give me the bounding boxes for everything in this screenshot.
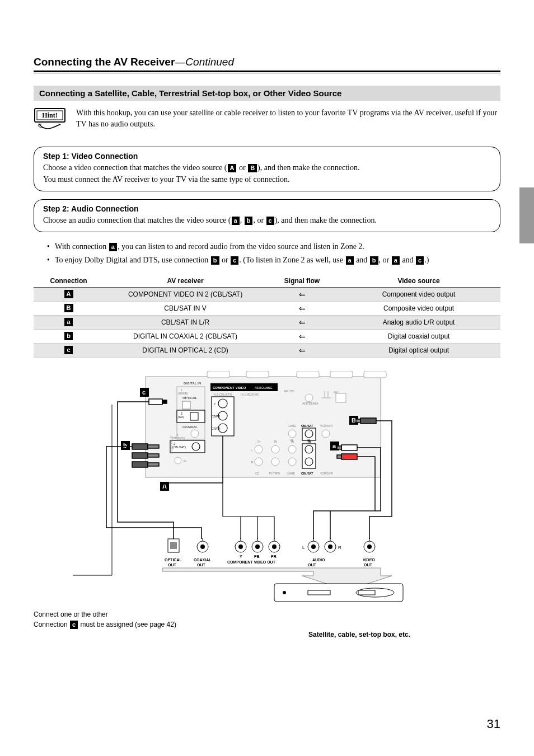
- lbl-audioout: AUDIOOUT: [308, 558, 325, 567]
- lbl-assignable: ASSIGNABLE: [170, 435, 173, 453]
- chip-b: b: [245, 217, 253, 225]
- svg-point-74: [311, 544, 316, 549]
- svg-text:OPTICALOUT: OPTICALOUT: [165, 558, 182, 567]
- step2-text: Choose an audio connection that matches …: [43, 216, 231, 224]
- lbl-cd: (CD): [178, 415, 184, 419]
- diagram-chip-b: b: [123, 442, 127, 449]
- table-cell: b: [34, 329, 104, 343]
- svg-rect-50: [148, 463, 159, 466]
- title-main: Connecting the AV Receiver: [34, 56, 175, 68]
- svg-point-26: [255, 458, 263, 466]
- svg-point-36: [305, 394, 313, 402]
- svg-text:VIDEOOUT: VIDEOOUT: [363, 558, 375, 567]
- table-row: cDIGITAL IN OPTICAL 2 (CD)⇐Digital optic…: [34, 343, 500, 357]
- chip-c: c: [231, 256, 238, 265]
- lbl-tvtape: TV/TAPE: [269, 472, 280, 475]
- svg-rect-37: [336, 393, 346, 402]
- bullet-text: or: [220, 256, 231, 264]
- svg-point-71: [272, 544, 277, 549]
- chip-c: c: [70, 621, 78, 629]
- lbl-pr2: PR: [271, 555, 277, 558]
- diagram-chip-c: c: [142, 389, 146, 396]
- source-outputs: OPTICALOUT COAXIALOUT Y PB PR COMPONENT …: [162, 538, 392, 590]
- step2-text: ), and then make the connection.: [275, 216, 377, 224]
- lbl-compvideo: COMPONENT VIDEO: [213, 386, 246, 389]
- table-cell: ⇐: [267, 315, 337, 329]
- connection-table: Connection AV receiver Signal flow Video…: [34, 275, 500, 358]
- table-cell: ⇐: [267, 329, 337, 343]
- step2-title: Step 2: Audio Connection: [43, 204, 491, 213]
- diagram-chip-B: B: [352, 417, 356, 424]
- note-text: must be assigned (see page 42): [78, 621, 176, 628]
- lbl-antenna: ANTENNA: [302, 402, 318, 405]
- lbl-optical: OPTICAL: [182, 396, 198, 400]
- svg-point-15: [192, 443, 200, 450]
- lbl-in1: IN 1 (BD/DVD): [241, 393, 259, 396]
- table-cell: Digital optical output: [337, 343, 500, 357]
- svg-rect-5: [297, 371, 319, 378]
- lbl-vcrdvr2: VCR/DVR: [320, 424, 333, 428]
- svg-point-34: [305, 430, 313, 438]
- svg-rect-58: [170, 542, 177, 549]
- lbl-in2b: IN: [307, 439, 310, 442]
- svg-rect-51: [360, 418, 376, 424]
- step1-title: Step 1: Video Connection: [43, 152, 491, 161]
- lbl-fm: FM 75Ω: [284, 389, 294, 393]
- th-source: Video source: [337, 275, 500, 288]
- svg-text:AUDIOOUT: AUDIOOUT: [308, 558, 325, 567]
- diagram-chip-a: a: [332, 443, 336, 449]
- bullet-text: and: [400, 256, 415, 264]
- svg-point-23: [255, 445, 263, 453]
- svg-rect-53: [341, 445, 357, 450]
- page-number: 31: [34, 717, 500, 731]
- svg-text:RI: RI: [184, 459, 186, 463]
- lbl-cblsat4: CBL/SAT: [301, 424, 313, 428]
- th-flow: Signal flow: [267, 275, 337, 288]
- step2-text: , or: [253, 216, 265, 224]
- lbl-coaxial-out: COAXIALOUT: [194, 558, 212, 567]
- step1-text: or: [237, 163, 247, 172]
- bullet-text: To enjoy Dolby Digital and DTS, use conn…: [55, 256, 210, 264]
- lbl-vcrdvr: VCR/DVR: [320, 472, 333, 475]
- lbl-cblsat3: CBL/SAT: [301, 472, 313, 475]
- svg-point-77: [328, 544, 332, 549]
- hint-icon: Hint!: [34, 107, 66, 137]
- svg-point-61: [200, 544, 205, 549]
- hint-row: Hint! With this hookup, you can use your…: [34, 107, 500, 137]
- bullet-text: .): [424, 256, 429, 264]
- title-rule: [34, 71, 500, 73]
- svg-point-27: [271, 458, 279, 466]
- chip-a: a: [232, 217, 240, 225]
- sat-caption: Satellite, cable, set-top box, etc.: [218, 631, 500, 638]
- lbl-r2: R: [338, 545, 341, 550]
- lbl-in2a: IN: [290, 439, 293, 442]
- svg-rect-49: [132, 462, 148, 467]
- table-cell: Composite video output: [337, 301, 500, 315]
- table-cell: a: [34, 315, 104, 329]
- svg-point-16: [175, 457, 181, 464]
- chip-a: a: [109, 243, 117, 251]
- svg-rect-7: [364, 371, 386, 378]
- svg-point-12: [191, 430, 199, 438]
- chip-a: a: [64, 318, 72, 326]
- step1-text: ), and then make the connection.: [257, 163, 359, 172]
- lbl-in2: IN 2 (CBL/SAT): [213, 393, 232, 396]
- svg-point-32: [288, 430, 296, 438]
- bullet-item: To enjoy Dolby Digital and DTS, use conn…: [47, 253, 500, 267]
- svg-rect-55: [341, 454, 357, 459]
- lbl-game: (GAME): [178, 392, 188, 395]
- table-cell: DIGITAL IN COAXIAL 2 (CBL/SAT): [104, 329, 267, 343]
- table-cell: c: [34, 343, 104, 357]
- table-cell: CBL/SAT IN L/R: [104, 315, 267, 329]
- svg-text:COAXIALOUT: COAXIALOUT: [194, 558, 212, 567]
- chip-B: B: [64, 304, 73, 312]
- step2-box: Step 2: Audio Connection Choose an audio…: [34, 199, 500, 232]
- chip-b: b: [64, 332, 73, 340]
- table-cell: DIGITAL IN OPTICAL 2 (CD): [104, 343, 267, 357]
- chip-c: c: [416, 256, 424, 265]
- table-row: aCBL/SAT IN L/R⇐Analog audio L/R output: [34, 315, 500, 329]
- lbl-compout: COMPONENT VIDEO OUT: [227, 560, 276, 564]
- lbl-crpr: CR/PR: [212, 427, 221, 430]
- bullet-text: , you can listen to and record audio fro…: [118, 242, 364, 251]
- table-cell: Component video output: [337, 287, 500, 301]
